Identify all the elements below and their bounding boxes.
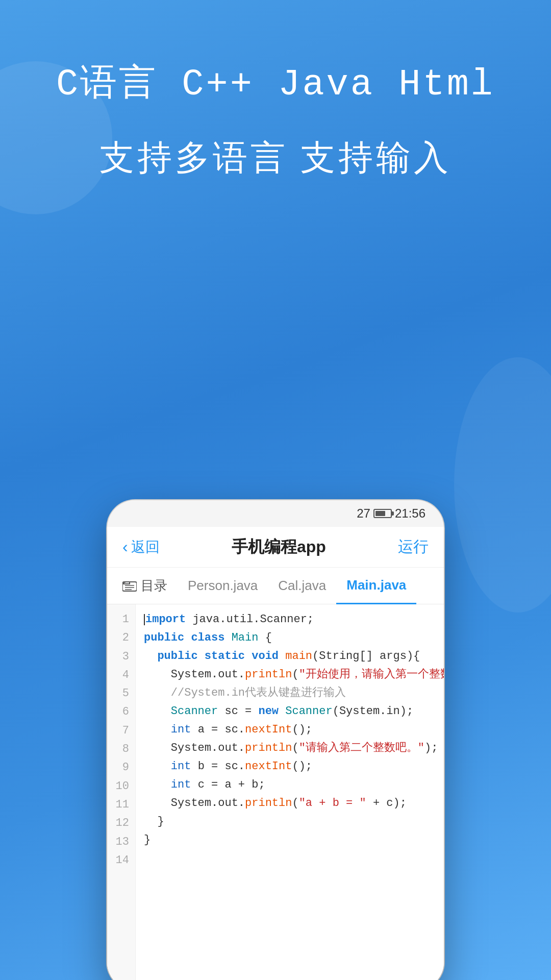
nav-title: 手机编程app	[160, 536, 398, 558]
back-button[interactable]: ‹ 返回	[122, 537, 160, 557]
code-lines: import java.util.Scanner; public class M…	[136, 604, 444, 980]
code-line-2: public class Main {	[144, 629, 436, 647]
directory-icon	[122, 580, 137, 592]
code-line-8: System.out.println("请输入第二个整数吧。");	[144, 739, 436, 757]
battery-level: 27	[357, 506, 370, 521]
code-line-6: Scanner sc = new Scanner(System.in);	[144, 702, 436, 721]
code-line-5: //System.in代表从键盘进行输入	[144, 684, 436, 702]
code-line-4: System.out.println("开始使用，请输入第一个整数吧。");	[144, 666, 436, 684]
code-line-11: System.out.println("a + b = " + c);	[144, 794, 436, 813]
tab-bar: 目录 Person.java Cal.java Main.java	[107, 568, 444, 604]
phone-container: 27 21:56 ‹ 返回 手机编程app 运行	[107, 500, 444, 980]
code-line-7: int a = sc.nextInt();	[144, 721, 436, 739]
back-label: 返回	[131, 537, 160, 557]
cursor	[144, 614, 145, 625]
phone-mockup: 27 21:56 ‹ 返回 手机编程app 运行	[107, 500, 444, 980]
code-line-1: import java.util.Scanner;	[144, 610, 436, 629]
status-battery: 27 21:56	[357, 506, 425, 521]
status-bar: 27 21:56	[107, 500, 444, 527]
run-button[interactable]: 运行	[398, 536, 429, 557]
code-content: 1 2 3 4 5 6 7 8 9 10 11 12 13 14	[107, 604, 444, 980]
code-line-12: }	[144, 813, 436, 831]
line-numbers: 1 2 3 4 5 6 7 8 9 10 11 12 13 14	[107, 604, 136, 980]
code-line-13: }	[144, 831, 436, 849]
status-time: 21:56	[395, 506, 425, 521]
tab-person-java[interactable]: Person.java	[178, 568, 268, 604]
headline-languages: C语言 C++ Java Html	[0, 61, 551, 109]
tab-cal-java[interactable]: Cal.java	[268, 568, 336, 604]
back-arrow-icon: ‹	[122, 537, 128, 556]
nav-bar: ‹ 返回 手机编程app 运行	[107, 527, 444, 568]
header-section: C语言 C++ Java Html 支持多语言 支持输入	[0, 0, 551, 180]
battery-icon	[373, 509, 392, 518]
code-line-9: int b = sc.nextInt();	[144, 757, 436, 776]
tab-directory[interactable]: 目录	[112, 568, 178, 604]
code-line-3: public static void main(String[] args){	[144, 647, 436, 666]
code-line-14	[144, 849, 436, 868]
code-line-10: int c = a + b;	[144, 776, 436, 794]
tab-main-java[interactable]: Main.java	[336, 568, 416, 604]
code-editor[interactable]: 1 2 3 4 5 6 7 8 9 10 11 12 13 14	[107, 604, 444, 980]
headline-features: 支持多语言 支持输入	[0, 135, 551, 180]
directory-label: 目录	[141, 577, 167, 595]
